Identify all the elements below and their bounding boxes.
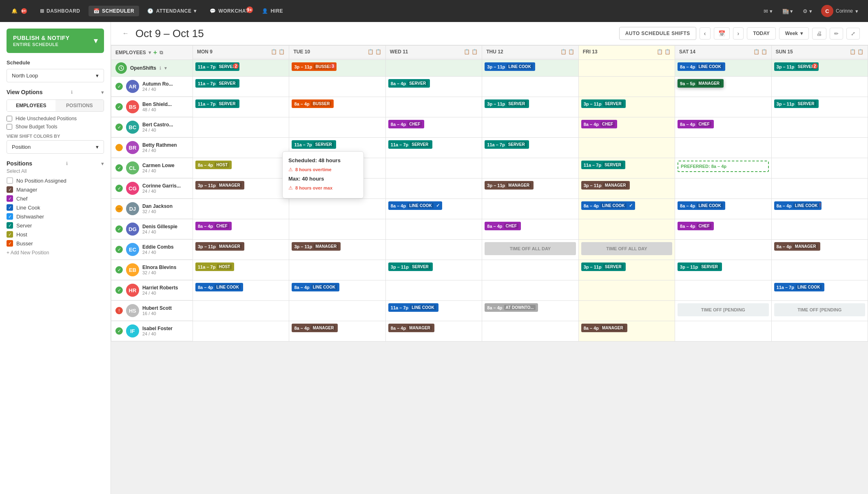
shift-chip[interactable]: 8a – 4p SERVER	[388, 79, 430, 88]
shift-chip[interactable]: 3p – 11p LINE COOK	[485, 62, 535, 71]
open-shifts-thu[interactable]: 3p – 11p LINE COOK	[482, 60, 578, 77]
betty-fri[interactable]	[578, 138, 675, 158]
dan-tue[interactable]	[289, 199, 385, 219]
shift-chip[interactable]: 3p – 11p SERVER	[581, 262, 626, 271]
hubert-sat[interactable]: TIME OFF [PENDING	[675, 301, 771, 321]
server-checkbox[interactable]: ✓	[7, 222, 13, 229]
isabel-wed[interactable]: 8a – 4p MANAGER	[385, 321, 482, 342]
eddie-fri[interactable]: TIME OFF ALL DAY	[578, 240, 675, 260]
ben-sun[interactable]: 3p – 11p SERVER	[771, 97, 868, 117]
shift-chip[interactable]: 11a – 7p SERVER	[485, 140, 529, 149]
location-dropdown[interactable]: North Loop ▾	[7, 69, 104, 82]
ben-tue[interactable]: 8a – 4p BUSSER	[289, 97, 385, 117]
shift-chip[interactable]: 8a – 4p LINE COOK !	[774, 201, 822, 210]
shift-chip[interactable]: 3p – 11p MANAGER	[292, 242, 341, 251]
scheduler-nav[interactable]: 📅 SCHEDULER	[89, 6, 140, 16]
user-menu[interactable]: C Corinne ▾	[818, 3, 861, 19]
add-day-icon[interactable]: 📋	[761, 49, 767, 55]
dan-sat[interactable]: 8a – 4p LINE COOK	[675, 199, 771, 219]
shift-chip[interactable]: 3p – 11p SERVER	[678, 262, 722, 271]
eddie-wed[interactable]	[385, 240, 482, 260]
eddie-sat[interactable]	[675, 240, 771, 260]
manager-checkbox[interactable]: ✓	[7, 186, 13, 193]
isabel-sat[interactable]	[675, 321, 771, 342]
corinne-thu[interactable]: 3p – 11p MANAGER	[482, 179, 578, 199]
print-button[interactable]: 🖨	[812, 28, 826, 40]
open-shifts-fri[interactable]	[578, 60, 675, 77]
shift-chip[interactable]: 3p – 11p SERVER	[388, 262, 433, 271]
isabel-tue[interactable]: 8a – 4p MANAGER	[289, 321, 385, 342]
shift-chip[interactable]: 8a – 4p CHEF	[581, 120, 618, 128]
copy-day-icon[interactable]: 📋	[368, 49, 374, 55]
elnora-wed[interactable]: 3p – 11p SERVER	[385, 260, 482, 280]
hubert-sun[interactable]: TIME OFF [PENDING	[771, 301, 868, 321]
copy-day-icon[interactable]: 📋	[657, 49, 663, 55]
hubert-wed[interactable]: 11a – 7p LINE COOK	[385, 301, 482, 321]
bert-mon[interactable]	[193, 117, 289, 138]
shift-chip[interactable]: 3p – 11p SERVER	[485, 99, 529, 108]
isabel-mon[interactable]	[193, 321, 289, 342]
betty-mon[interactable]	[193, 138, 289, 158]
copy-day-icon[interactable]: 📋	[464, 49, 470, 55]
eddie-sun[interactable]: 8a – 4p MANAGER	[771, 240, 868, 260]
bert-thu[interactable]	[482, 117, 578, 138]
harriet-wed[interactable]	[385, 280, 482, 301]
preferred-shift-chip[interactable]: PREFERRED: 8a – 4p	[678, 161, 768, 172]
add-day-icon[interactable]: 📋	[375, 49, 381, 55]
carmen-sun[interactable]	[771, 158, 868, 179]
autumn-wed[interactable]: 8a – 4p SERVER	[385, 77, 482, 97]
shift-chip[interactable]: 8a – 4p LINE COOK ✓	[388, 201, 442, 210]
calendar-picker-button[interactable]: 📅	[714, 27, 730, 40]
dan-fri[interactable]: 8a – 4p LINE COOK ✓	[578, 199, 675, 219]
denis-mon[interactable]: 8a – 4p CHEF	[193, 219, 289, 240]
positions-tab[interactable]: POSITIONS	[55, 100, 104, 111]
notification-btn[interactable]: 🔔 9+	[7, 6, 32, 16]
add-day-icon[interactable]: 📋	[857, 49, 864, 55]
isabel-sun[interactable]	[771, 321, 868, 342]
dan-mon[interactable]	[193, 199, 289, 219]
denis-sun[interactable]	[771, 219, 868, 240]
elnora-mon[interactable]: 11a – 7p HOST	[193, 260, 289, 280]
shift-chip[interactable]: 8a – 4p CHEF	[678, 120, 714, 128]
position-no-position[interactable]: No Position Assigned	[7, 177, 104, 184]
shift-chip[interactable]: 8a – 4p MANAGER	[581, 324, 627, 332]
shift-chip[interactable]: 11a – 7p SERVER 2	[195, 62, 239, 71]
shift-chip[interactable]: 3p – 11p SERVER 2	[774, 62, 819, 71]
autumn-fri[interactable]	[578, 77, 675, 97]
corinne-mon[interactable]: 3p – 11p MANAGER	[193, 179, 289, 199]
add-day-icon[interactable]: 📋	[568, 49, 574, 55]
shift-chip[interactable]: 3p – 11p MANAGER	[581, 181, 630, 190]
shift-chip[interactable]: 11a – 7p SERVER	[292, 140, 336, 149]
shift-chip[interactable]: 11a – 7p SERVER	[195, 79, 239, 88]
copy-day-icon[interactable]: 📋	[271, 49, 277, 55]
bert-wed[interactable]: 8a – 4p CHEF	[385, 117, 482, 138]
dashboard-nav[interactable]: ⊞ DASHBOARD	[35, 6, 85, 16]
denis-fri[interactable]	[578, 219, 675, 240]
shift-chip[interactable]: 8a – 4p LINE COOK ✓	[581, 201, 635, 210]
betty-wed[interactable]: 11a – 7p SERVER	[385, 138, 482, 158]
hubert-tue[interactable]	[289, 301, 385, 321]
shift-chip[interactable]: 8a – 4p LINE COOK	[195, 283, 243, 291]
no-position-checkbox[interactable]	[7, 177, 13, 184]
publish-notify-button[interactable]: PUBLISH & NOTIFY ENTIRE SCHEDULE ▾	[7, 29, 104, 53]
autumn-thu[interactable]	[482, 77, 578, 97]
shift-chip[interactable]: 11a – 7p SERVER	[195, 99, 239, 108]
corinne-sat[interactable]	[675, 179, 771, 199]
hire-nav[interactable]: 👤 HIRE	[257, 6, 288, 16]
carmen-sat[interactable]: PREFERRED: 8a – 4p	[675, 158, 771, 179]
edit-button[interactable]: ✏	[830, 28, 843, 40]
employees-tab[interactable]: EMPLOYEES	[7, 100, 55, 111]
copy-button[interactable]: ⧉	[159, 50, 163, 55]
add-position-button[interactable]: + Add New Position	[7, 250, 104, 256]
add-day-icon[interactable]: 📋	[472, 49, 478, 55]
denis-wed[interactable]	[385, 219, 482, 240]
hubert-thu[interactable]: 8a – 4p AT DOWNTO...	[482, 301, 578, 321]
mail-btn[interactable]: ✉ ▾	[760, 6, 777, 17]
view-options-toggle[interactable]: View Options ℹ ▾	[7, 89, 104, 95]
autumn-sat[interactable]: 9a – 5p MANAGER	[675, 77, 771, 97]
betty-thu[interactable]: 11a – 7p SERVER	[482, 138, 578, 158]
shift-chip-hovered[interactable]: 9a – 5p MANAGER	[678, 79, 724, 88]
open-shifts-wed[interactable]	[385, 60, 482, 77]
today-button[interactable]: TODAY	[747, 27, 776, 40]
shift-chip[interactable]: 3p – 11p MANAGER	[485, 181, 534, 190]
